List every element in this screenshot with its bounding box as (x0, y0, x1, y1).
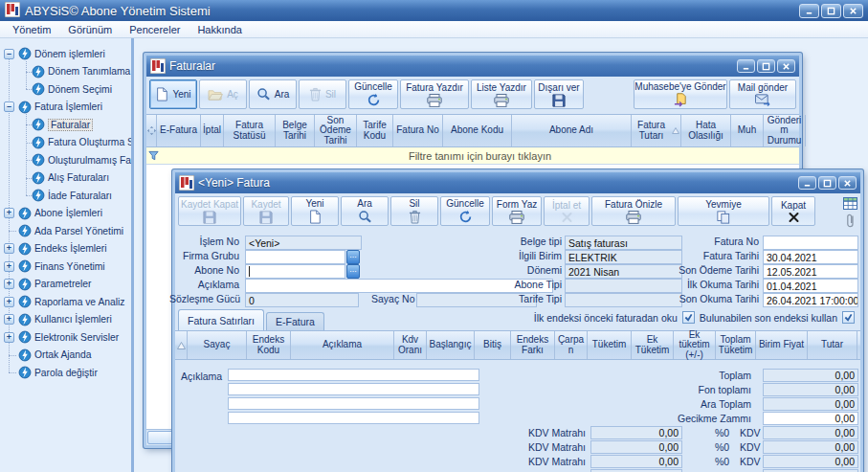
tab-e-fatura[interactable]: E-Fatura (266, 312, 324, 330)
belge-tipi-field[interactable]: Satış faturası (565, 236, 682, 250)
checkbox-1[interactable] (842, 311, 855, 324)
firma-grubu-field[interactable] (245, 250, 345, 264)
button-kapat[interactable]: Kapat (771, 196, 815, 226)
plus-box-icon[interactable]: + (4, 208, 14, 218)
tree-label[interactable]: Endeks İşlemleri (34, 243, 107, 254)
abone-tipi-field[interactable] (565, 279, 682, 293)
column-header-muh[interactable]: Muh (731, 115, 764, 146)
menu-görünüm[interactable]: Görünüm (59, 22, 121, 37)
button-sil[interactable]: Sil (390, 196, 438, 226)
kdv-right-value-0[interactable]: 0,00 (763, 426, 858, 439)
tree-item-8[interactable]: İade Faturaları (0, 187, 131, 205)
button-fatura-yazd-r[interactable]: Fatura Yazdır (400, 79, 469, 109)
faturalar-minimize-button[interactable] (737, 59, 755, 73)
firma-grubu-lookup-button[interactable]: ... (346, 250, 360, 264)
button-g-ncelle[interactable]: Güncelle (440, 196, 490, 226)
plus-box-icon[interactable]: + (4, 279, 14, 289)
aciklama-line-2[interactable] (228, 397, 479, 410)
plus-box-icon[interactable]: + (4, 261, 14, 272)
aciklama-line-3[interactable] (228, 412, 479, 424)
tree-label[interactable]: Faturalar (48, 119, 93, 131)
tree-label[interactable]: Finans Yönetimi (34, 261, 105, 272)
tree-item-4[interactable]: Faturalar (0, 116, 131, 134)
kdv-left-value-2[interactable]: 0,00 (590, 455, 682, 468)
kdv-left-value-0[interactable]: 0,00 (590, 426, 682, 439)
button-ara[interactable]: Ara (249, 79, 297, 109)
tree-item-0[interactable]: –Dönem işlemleri (0, 45, 131, 63)
tree-item-15[interactable]: +Kullanıcı İşlemleri (0, 311, 131, 329)
tree-item-12[interactable]: +Finans Yönetimi (0, 258, 131, 276)
kdv-left-value-1[interactable]: 0,00 (590, 440, 682, 454)
fatura-close-button[interactable] (838, 176, 857, 190)
fatura-tarihi-field[interactable]: 30.04.2021 (763, 250, 858, 264)
tree-label[interactable]: Kullanıcı İşlemleri (34, 314, 112, 325)
fatura-minimize-button[interactable] (798, 176, 816, 190)
minus-box-icon[interactable]: – (4, 101, 14, 112)
button-yevmiye[interactable]: Yevmiye (678, 196, 769, 226)
tree-item-2[interactable]: Dönem Seçimi (0, 80, 131, 99)
column-header-ek-t-ketim[interactable]: Ek Tüketim (632, 331, 674, 359)
column-header-birim-fiyat[interactable]: Birim Fiyat (756, 331, 808, 359)
button-yeni[interactable]: Yeni (291, 196, 339, 226)
summary-value-2[interactable]: 0,00 (763, 397, 858, 411)
column-header-fatura-stat-s-[interactable]: Fatura Statüsü (224, 115, 276, 146)
tree-label[interactable]: Parametreler (34, 279, 92, 289)
tree-label[interactable]: Oluşturulmamış Fatur (48, 155, 131, 166)
filter-row[interactable]: Filtre tanımı için burayı tıklayın (146, 147, 799, 165)
tree-item-16[interactable]: +Elektronik Servisler (0, 328, 131, 347)
tree-label[interactable]: Alış Faturaları (48, 172, 109, 183)
button-mail-g-nder[interactable]: Mail gönder (729, 79, 796, 109)
tarife-tipi-field[interactable] (565, 293, 682, 307)
plus-box-icon[interactable]: + (4, 314, 14, 325)
button-yeni[interactable]: Yeni (149, 79, 197, 109)
abone-no-lookup-button[interactable]: ... (346, 264, 360, 279)
tree-item-10[interactable]: Ada Parsel Yönetimi (0, 222, 131, 240)
button-form-yaz[interactable]: Form Yaz (492, 196, 542, 226)
column-header-abone-kodu[interactable]: Abone Kodu (443, 115, 512, 146)
ilgili-birim-field[interactable]: ELEKTRIK (565, 250, 682, 264)
tree-label[interactable]: Raporlama ve Analiz (34, 297, 124, 307)
tree-label[interactable]: Dönem Tanımlama (48, 66, 130, 77)
maximize-button[interactable] (821, 4, 841, 18)
column-header-tarife-kodu[interactable]: Tarife Kodu (357, 115, 393, 146)
fatura-no-field[interactable] (763, 236, 858, 250)
column-header-endeks-fark-[interactable]: Endeks Farkı (511, 331, 555, 359)
abone-no-field[interactable] (245, 264, 345, 279)
column-header-ba-lang-[interactable]: Başlangıç (427, 331, 475, 359)
minimize-button[interactable] (799, 4, 819, 18)
donemi-field[interactable]: 2021 Nisan (565, 264, 682, 279)
tree-label[interactable]: Dönem işlemleri (34, 49, 105, 59)
clip-icon[interactable] (846, 213, 855, 228)
tree-item-3[interactable]: –Fatura İşlemleri (0, 99, 131, 117)
tree-item-6[interactable]: Oluşturulmamış Fatur (0, 151, 131, 169)
tree-label[interactable]: İade Faturaları (48, 191, 112, 201)
tree-label[interactable]: Parola değiştir (34, 368, 98, 378)
plus-box-icon[interactable]: + (4, 332, 14, 343)
column-header-biti-[interactable]: Bitiş (475, 331, 511, 359)
column-header--arpan[interactable]: Çarpan (555, 331, 588, 359)
column-header[interactable] (146, 115, 157, 146)
column-header-son-deme-tarihi[interactable]: Son Ödeme Tarihi (315, 115, 357, 146)
summary-value-1[interactable]: 0,00 (763, 383, 858, 396)
column-header-t-ketim[interactable]: Tüketim (588, 331, 632, 359)
fatura-maximize-button[interactable] (818, 176, 836, 190)
plus-box-icon[interactable]: + (4, 243, 14, 254)
kdv-right-value-2[interactable]: 0,00 (763, 455, 858, 468)
button-g-ncelle[interactable]: Güncelle (348, 79, 398, 109)
menu-yönetim[interactable]: Yönetim (4, 22, 59, 37)
column-header-tutar[interactable]: Tutar (808, 331, 857, 359)
tree-item-14[interactable]: +Raporlama ve Analiz (0, 293, 131, 311)
tree-label[interactable]: Fatura İşlemleri (34, 101, 102, 112)
tab-fatura-sat-rlar-[interactable]: Fatura Satırları (178, 309, 264, 330)
tree-item-17[interactable]: Ortak Ajanda (0, 347, 131, 365)
plus-box-icon[interactable]: + (4, 297, 14, 307)
column-header-e-fatura[interactable]: E-Fatura (157, 115, 201, 146)
column-header-i-ptal[interactable]: İptal (201, 115, 224, 146)
column-header-kdv-oran-[interactable]: Kdv Oranı (394, 331, 427, 359)
column-header-a-klama[interactable]: Açıklama (291, 331, 394, 359)
faturalar-close-button[interactable] (777, 59, 795, 73)
column-header-fatura-no[interactable]: Fatura No (393, 115, 443, 146)
tree-item-5[interactable]: Fatura Oluşturma Ser (0, 134, 131, 152)
faturalar-maximize-button[interactable] (757, 59, 775, 73)
tree-label[interactable]: Ortak Ajanda (34, 349, 92, 360)
